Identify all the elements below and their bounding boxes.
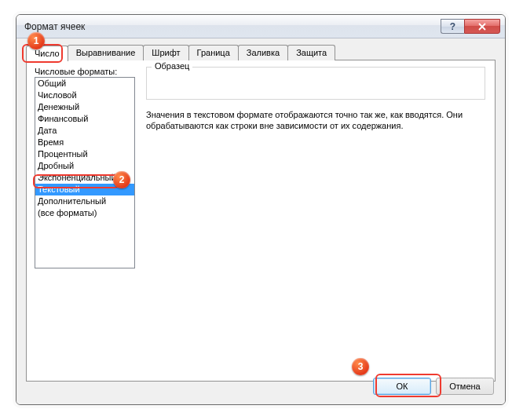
- cancel-button[interactable]: Отмена: [436, 378, 494, 395]
- tab-panel-number: Числовые форматы: Общий Числовой Денежны…: [26, 60, 496, 382]
- list-item[interactable]: Финансовый: [35, 113, 134, 125]
- sample-fieldset: Образец: [146, 67, 485, 100]
- tab-number[interactable]: Число: [26, 46, 68, 61]
- list-item[interactable]: Дополнительный: [35, 195, 134, 207]
- close-icon: [477, 23, 487, 31]
- list-item-selected[interactable]: Текстовый: [35, 184, 134, 195]
- list-item[interactable]: Денежный: [35, 101, 134, 113]
- format-description: Значения в текстовом формате отображаютс…: [146, 109, 485, 131]
- sample-group: Образец: [146, 67, 485, 100]
- number-formats-listbox[interactable]: Общий Числовой Денежный Финансовый Дата …: [35, 77, 135, 268]
- tab-border[interactable]: Граница: [188, 45, 239, 60]
- format-cells-dialog: Формат ячеек ? Число Выравнивание Шрифт …: [16, 14, 506, 405]
- list-item[interactable]: Дата: [35, 125, 134, 137]
- tab-alignment[interactable]: Выравнивание: [68, 45, 144, 60]
- dialog-buttons: ОК Отмена: [373, 378, 494, 395]
- list-item[interactable]: Общий: [35, 78, 134, 89]
- list-item[interactable]: (все форматы): [35, 207, 134, 219]
- titlebar[interactable]: Формат ячеек ?: [16, 15, 505, 38]
- help-icon: ?: [450, 21, 455, 32]
- close-button[interactable]: [464, 19, 500, 34]
- list-item[interactable]: Дробный: [35, 160, 134, 172]
- list-item[interactable]: Время: [35, 137, 134, 148]
- tab-strip: Число Выравнивание Шрифт Граница Заливка…: [26, 45, 496, 60]
- ok-button[interactable]: ОК: [373, 378, 431, 395]
- window-title: Формат ячеек: [24, 21, 85, 32]
- sample-legend: Образец: [152, 61, 192, 71]
- list-item[interactable]: Процентный: [35, 148, 134, 160]
- tab-fill[interactable]: Заливка: [238, 45, 288, 60]
- list-item[interactable]: Экспоненциальный: [35, 172, 134, 184]
- window-buttons: ?: [441, 19, 500, 34]
- dialog-body: Число Выравнивание Шрифт Граница Заливка…: [16, 38, 505, 404]
- tab-font[interactable]: Шрифт: [143, 45, 188, 60]
- tab-protection[interactable]: Защита: [287, 45, 335, 60]
- list-item[interactable]: Числовой: [35, 89, 134, 101]
- help-button[interactable]: ?: [441, 19, 464, 34]
